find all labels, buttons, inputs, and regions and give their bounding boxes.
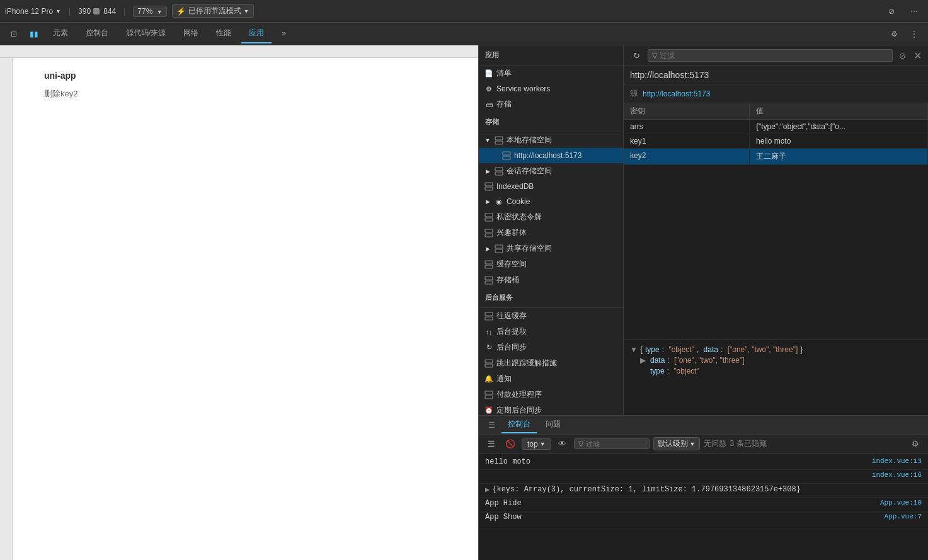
sidebar-item-bounce-tracking[interactable]: 跳出跟踪缓解措施	[479, 355, 623, 371]
eye-icon: 👁	[558, 439, 566, 449]
filter-input[interactable]	[660, 51, 888, 60]
console-line[interactable]: App Show App.vue:7	[479, 511, 928, 525]
console-line[interactable]: index.vue:16	[479, 470, 928, 484]
console-link-app-10[interactable]: App.vue:10	[880, 499, 922, 506]
console-menu-btn[interactable]: ☰	[484, 418, 499, 433]
sidebar-item-back-forward[interactable]: 往返缓存	[479, 308, 623, 324]
sidebar-item-localhost[interactable]: http://localhost:5173	[479, 148, 623, 163]
console-clear-btn[interactable]: 🚫	[503, 437, 518, 452]
filter-cancel-btn[interactable]: ⊘	[896, 50, 908, 61]
table-row[interactable]: key1 hello moto	[624, 134, 928, 149]
tab-console[interactable]: 控制台	[78, 24, 116, 43]
table-row[interactable]: arrs {"type":"object","data":["o...	[624, 120, 928, 134]
sidebar-section-storage: 存储	[479, 112, 623, 132]
delete-key-text: 删除key2	[44, 88, 77, 100]
split-panel-btn[interactable]: ▮▮	[25, 25, 43, 43]
console-text-keys-obj: {keys: Array(3), currentSize: 1, limitSi…	[492, 485, 922, 494]
console-link-index-13[interactable]: index.vue:13	[872, 457, 922, 465]
more-options-btn[interactable]: ⋯	[905, 3, 923, 20]
throttle-mode[interactable]: ⚡ 已停用节流模式 ▼	[172, 4, 254, 18]
sidebar-item-notifications[interactable]: 🔔 通知	[479, 371, 623, 387]
sidebar-item-cache-label: 缓存空间	[496, 259, 527, 270]
console-link-app-7[interactable]: App.vue:7	[885, 513, 922, 520]
tree-line-data: ▶ data : ["one", "two", "three"]	[640, 356, 922, 365]
table-row-selected[interactable]: key2 王二麻子	[624, 149, 928, 165]
sidebar-item-private-state-label: 私密状态令牌	[496, 212, 542, 222]
svg-rect-19	[485, 317, 493, 320]
log-level-dropdown[interactable]: 默认级别 ▼	[653, 437, 700, 450]
filter-close-btn[interactable]: ✕	[912, 50, 923, 61]
console-text-app-hide: App Hide	[485, 499, 875, 508]
top-toolbar: iPhone 12 Pro ▼ | 390 844 | 77% ▼ ⚡ 已停用节…	[0, 0, 928, 23]
tree-expand-arrow[interactable]: ▼	[630, 345, 638, 354]
sidebar-item-cookie[interactable]: ▶ ◉ Cookie	[479, 194, 623, 209]
console-line-expandable[interactable]: ▶ {keys: Array(3), currentSize: 1, limit…	[479, 484, 928, 498]
sidebar-item-storage[interactable]: 🗃 存储	[479, 96, 623, 112]
gear-icon: ⚙	[891, 30, 898, 38]
tab-performance[interactable]: 性能	[209, 24, 239, 43]
svg-rect-17	[485, 281, 493, 284]
height-value: 844	[103, 7, 116, 16]
shared-storage-icon	[494, 244, 504, 254]
eye-btn[interactable]: 👁	[555, 437, 570, 452]
sidebar-item-cache-storage[interactable]: 缓存空间	[479, 256, 623, 272]
sidebar-item-payment-handler[interactable]: 付款处理程序	[479, 387, 623, 403]
svg-rect-12	[495, 245, 503, 248]
console-tab-issues[interactable]: 问题	[539, 416, 567, 433]
console-line[interactable]: App Hide App.vue:10	[479, 498, 928, 511]
console-tab-console[interactable]: 控制台	[501, 416, 537, 433]
console-line[interactable]: hello moto index.vue:13	[479, 456, 928, 470]
tab-sources[interactable]: 源代码/来源	[118, 24, 173, 43]
responsive-toggle-btn[interactable]: ⊡	[5, 25, 23, 43]
sidebar-item-shared-storage[interactable]: ▶ 共享存储空间	[479, 241, 623, 256]
main-area: uni-app 删除key2 应用 📄 清单 ⚙ Service workers	[0, 45, 928, 560]
sidebar-item-cookie-label: Cookie	[507, 197, 530, 206]
svg-rect-16	[485, 277, 493, 280]
sidebar-item-bg-sync[interactable]: ↻ 后台同步	[479, 340, 623, 355]
sidebar-item-sessionstorage[interactable]: ▶ 会话存储空间	[479, 163, 623, 179]
devtools-more-btn[interactable]: ⋮	[905, 25, 923, 43]
svg-rect-11	[485, 234, 493, 237]
svg-rect-18	[485, 312, 493, 316]
svg-rect-8	[485, 214, 493, 217]
sidebar-item-session-label: 会话存储空间	[507, 166, 552, 176]
console-sidebar-toggle[interactable]: ☰	[484, 437, 499, 452]
tab-more[interactable]: »	[274, 25, 294, 43]
settings-gear-icon: ⚙	[912, 439, 919, 449]
svg-rect-6	[485, 183, 493, 186]
sidebar-item-periodic-sync[interactable]: ⏰ 定期后台同步	[479, 403, 623, 415]
cancel-icon: ⊘	[899, 51, 906, 60]
sidebar-item-interest-groups[interactable]: 兴趣群体	[479, 225, 623, 241]
sidebar-item-localstorage[interactable]: ▼ 本地存储空间	[479, 132, 623, 148]
svg-rect-0	[495, 137, 503, 140]
sidebar-item-bg-fetch[interactable]: ↑↓ 后台提取	[479, 324, 623, 340]
svg-rect-23	[485, 396, 493, 399]
sidebar-item-storage-bucket[interactable]: 存储桶	[479, 272, 623, 288]
tab-elements[interactable]: 元素	[45, 24, 76, 43]
zoom-select[interactable]: 77% ▼	[133, 6, 166, 17]
tab-network[interactable]: 网络	[176, 24, 206, 43]
bg-fetch-icon: ↑↓	[484, 327, 494, 337]
console-filter-input[interactable]	[586, 440, 645, 448]
console-link-index-16[interactable]: index.vue:16	[872, 471, 922, 479]
throttle-icon: ⚡	[176, 7, 186, 16]
top-context-btn[interactable]: top ▼	[522, 438, 551, 450]
periodic-sync-icon: ⏰	[484, 406, 494, 416]
sidebar-item-indexeddb[interactable]: IndexedDB	[479, 179, 623, 194]
sessionstorage-icon	[494, 166, 504, 176]
refresh-btn[interactable]: ↻	[629, 48, 644, 63]
dimensions-group[interactable]: 390 844	[78, 7, 116, 16]
sidebar-item-service-workers[interactable]: ⚙ Service workers	[479, 81, 623, 96]
menu-icon: ☰	[488, 421, 495, 430]
sidebar-item-bucket-label: 存储桶	[496, 275, 519, 285]
tree-expand-data[interactable]: ▶	[640, 356, 648, 365]
console-settings-btn[interactable]: ⚙	[908, 437, 923, 452]
console-text-app-show: App Show	[485, 513, 879, 522]
device-label[interactable]: iPhone 12 Pro ▼	[5, 7, 61, 16]
sidebar-item-private-state[interactable]: 私密状态令牌	[479, 209, 623, 225]
no-throttle-icon-btn[interactable]: ⊘	[883, 3, 900, 20]
settings-btn[interactable]: ⚙	[885, 25, 903, 43]
sidebar-item-manifest[interactable]: 📄 清单	[479, 66, 623, 81]
console-expand-arrow[interactable]: ▶	[485, 485, 490, 494]
tab-application[interactable]: 应用	[241, 24, 272, 43]
